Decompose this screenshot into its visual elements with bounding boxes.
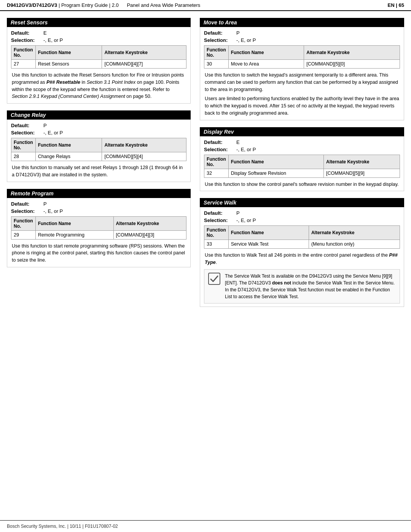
remote-program-col2: Function Name (35, 216, 113, 230)
service-walk-default-value: P (236, 210, 240, 216)
right-column: Move to Area Default: P Selection: -, E,… (198, 18, 404, 314)
reset-sensors-title: Reset Sensors (7, 18, 191, 27)
service-walk-col1: Function No. (204, 226, 229, 240)
checkmark-note-icon (208, 273, 220, 285)
service-walk-table-header: Function No. Function Name Alternate Key… (204, 226, 400, 240)
page-header: D9412GV3/D7412GV3 | Program Entry Guide … (0, 0, 411, 11)
move-to-area-title: Move to Area (200, 18, 404, 27)
remote-program-title: Remote Program (7, 189, 191, 198)
model-number: D9412GV3/D7412GV3 (7, 2, 57, 8)
display-rev-params: Default: E Selection: -, E, or P Functio… (200, 136, 404, 192)
header-separator: | (59, 2, 61, 8)
remote-program-table-header: Function No. Function Name Alternate Key… (11, 216, 186, 230)
reset-sensors-default-row: Default: E (11, 30, 186, 36)
display-rev-desc: Use this function to show the control pa… (204, 181, 400, 188)
display-rev-selection-value: -, E, or P (236, 147, 256, 152)
display-rev-selection-row: Selection: -, E, or P (204, 147, 400, 152)
table-row: 29 Remote Programming [COMMAND][4][3] (11, 230, 186, 239)
move-to-area-default-label: Default: (204, 30, 236, 36)
header-separator3: | (396, 2, 398, 8)
move-to-area-row1-keystroke: [COMMAND][5][0] (304, 60, 400, 69)
reset-sensors-selection-value: -, E, or P (43, 37, 63, 43)
display-rev-row1-no: 32 (204, 169, 229, 177)
move-to-area-default-value: P (236, 30, 240, 36)
service-walk-row1-keystroke: (Menu function only) (309, 240, 400, 249)
move-to-area-col1: Function No. (204, 46, 229, 60)
section-title-header: Panel and Area Wide Parameters (127, 2, 200, 8)
move-to-area-params: Default: P Selection: -, E, or P Functio… (200, 27, 404, 120)
service-walk-note-box: The Service Walk Test is available on th… (204, 269, 400, 304)
reset-sensors-row1-no: 27 (11, 60, 36, 69)
remote-program-row1-no: 29 (11, 230, 36, 239)
footer-date: 10/11 (70, 524, 81, 529)
reset-sensors-default-label: Default: (11, 30, 43, 36)
move-to-area-col3: Alternate Keystroke (304, 46, 400, 60)
reset-sensors-selection-row: Selection: -, E, or P (11, 37, 186, 43)
remote-program-selection-label: Selection: (11, 208, 43, 214)
reset-sensors-row1-name: Reset Sensors (35, 60, 102, 69)
display-rev-default-value: E (236, 139, 240, 145)
display-rev-col1: Function No. (204, 155, 229, 169)
change-relay-table-header: Function No. Function Name Alternate Key… (11, 138, 186, 152)
note-icon (207, 273, 221, 300)
display-rev-default-label: Default: (204, 139, 236, 145)
change-relay-params: Default: P Selection: -, E, or P Functio… (7, 120, 191, 182)
page-footer: Bosch Security Systems, Inc. | 10/11 | F… (0, 520, 411, 532)
remote-program-desc: Use this function to start remote progra… (11, 243, 186, 264)
display-rev-default-row: Default: E (204, 139, 400, 145)
footer-company: Bosch Security Systems, Inc. (7, 524, 66, 529)
reset-sensors-default-value: E (43, 30, 47, 36)
header-separator2: | (109, 2, 112, 8)
remote-program-selection-row: Selection: -, E, or P (11, 208, 186, 214)
service-walk-col2: Function Name (228, 226, 309, 240)
change-relay-selection-row: Selection: -, E, or P (11, 130, 186, 136)
change-relay-row1-no: 28 (11, 152, 36, 161)
reset-sensors-col1: Function No. (11, 46, 36, 60)
move-to-area-desc2: Users are limited to performing function… (204, 95, 400, 117)
display-rev-col2: Function Name (228, 155, 323, 169)
service-walk-default-label: Default: (204, 210, 236, 216)
service-walk-section: Service Walk Default: P Selection: -, E,… (200, 198, 404, 307)
display-rev-selection-label: Selection: (204, 147, 236, 152)
header-right: EN | 65 (388, 2, 404, 8)
version-number: 2.0 (112, 2, 119, 8)
move-to-area-table: Function No. Function Name Alternate Key… (204, 45, 400, 69)
display-rev-table: Function No. Function Name Alternate Key… (204, 155, 400, 178)
service-walk-default-row: Default: P (204, 210, 400, 216)
page-number: 65 (399, 2, 404, 8)
footer-part: F01U170807-02 (85, 524, 118, 529)
change-relay-default-value: P (43, 123, 47, 128)
table-row: 32 Display Software Revision [COMMAND][5… (204, 169, 400, 177)
display-rev-row1-name: Display Software Revision (228, 169, 323, 177)
service-walk-params: Default: P Selection: -, E, or P Functio… (200, 207, 404, 307)
remote-program-row1-name: Remote Programming (35, 230, 113, 239)
reset-sensors-col2: Function Name (35, 46, 102, 60)
display-rev-col3: Alternate Keystroke (324, 155, 400, 169)
header-spacer (120, 2, 125, 8)
reset-sensors-selection-label: Selection: (11, 37, 43, 43)
move-to-area-selection-label: Selection: (204, 37, 236, 43)
service-walk-selection-label: Selection: (204, 217, 236, 223)
change-relay-table: Function No. Function Name Alternate Key… (11, 138, 186, 161)
remote-program-selection-value: -, E, or P (43, 208, 63, 214)
change-relay-section: Change Relay Default: P Selection: -, E,… (7, 110, 191, 182)
change-relay-row1-keystroke: [COMMAND][5][4] (102, 152, 186, 161)
move-to-area-col2: Function Name (228, 46, 304, 60)
lang-code: EN (388, 2, 395, 8)
guide-title: Program Entry Guide (61, 2, 108, 8)
change-relay-col2: Function Name (35, 138, 102, 152)
reset-sensors-col3: Alternate Keystroke (102, 46, 186, 60)
table-row: 28 Change Relays [COMMAND][5][4] (11, 152, 186, 161)
change-relay-col1: Function No. (11, 138, 36, 152)
move-to-area-desc1: Use this function to switch the keypad's… (204, 72, 400, 93)
move-to-area-row1-name: Move to Area (228, 60, 304, 69)
change-relay-title: Change Relay (7, 110, 191, 120)
service-walk-row1-name: Service Walk Test (228, 240, 309, 249)
change-relay-default-row: Default: P (11, 123, 186, 128)
table-row: 27 Reset Sensors [COMMAND][4][7] (11, 60, 186, 69)
change-relay-selection-label: Selection: (11, 130, 43, 136)
service-walk-desc: Use this function to Walk Test all 246 p… (204, 252, 400, 266)
service-walk-title: Service Walk (200, 198, 404, 207)
change-relay-col3: Alternate Keystroke (102, 138, 186, 152)
reset-sensors-row1-keystroke: [COMMAND][4][7] (102, 60, 186, 69)
